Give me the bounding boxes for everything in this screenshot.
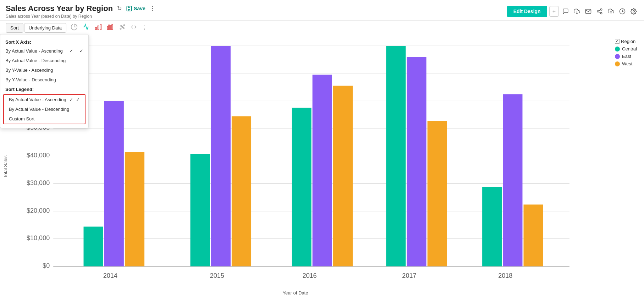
email-button[interactable] <box>584 7 593 16</box>
sort-dropdown: Sort X Axis: By Actual Value - Ascending… <box>0 34 89 128</box>
settings-button[interactable] <box>629 7 638 16</box>
bar-2014-central <box>84 227 103 266</box>
header-right: Edit Design + <box>507 6 638 17</box>
sort-x-by-actual-asc[interactable]: By Actual Value - Ascending ✓ <box>0 46 88 56</box>
svg-rect-10 <box>100 25 101 30</box>
bar-2018-east <box>503 94 522 266</box>
legend-swatch-west <box>615 61 620 66</box>
grouped-bar-icon[interactable] <box>105 22 116 33</box>
more-options-button[interactable]: ⋮ <box>148 4 157 13</box>
bar-2015-west <box>232 116 251 266</box>
line-chart-icon[interactable] <box>81 22 92 33</box>
underlying-data-tab[interactable]: Underlying Data <box>24 23 66 33</box>
legend-swatch-east <box>615 54 620 59</box>
refresh-button[interactable]: ↻ <box>116 4 123 13</box>
scatter-icon[interactable] <box>117 22 128 33</box>
svg-point-18 <box>122 26 123 27</box>
svg-text:2015: 2015 <box>210 272 224 279</box>
subtitle: Sales across Year (based on Date) by Reg… <box>6 14 157 19</box>
legend-header: Region <box>615 39 637 44</box>
svg-rect-15 <box>111 26 112 30</box>
bar-2017-west <box>428 121 447 266</box>
bar-2014-east <box>104 101 124 266</box>
bar-chart-icon[interactable] <box>93 22 104 33</box>
x-axis-label: Year of Date <box>11 290 580 296</box>
sort-tab[interactable]: Sort <box>6 23 23 33</box>
chart-more-options[interactable]: ⋮ <box>139 23 149 33</box>
legend-title: Region <box>621 39 635 44</box>
svg-text:$10,000: $10,000 <box>27 234 50 242</box>
bar-2016-west <box>333 86 353 266</box>
save-button[interactable]: Save <box>126 5 145 12</box>
sort-x-by-y-asc[interactable]: By Y-Value - Ascending <box>0 65 88 75</box>
history-button[interactable] <box>618 7 627 16</box>
svg-point-2 <box>600 9 602 10</box>
x-axis-section-label: Sort X Axis: <box>0 37 88 46</box>
svg-rect-16 <box>112 25 113 30</box>
header: Sales Across Year by Region ↻ Save ⋮ Sal… <box>0 0 644 21</box>
svg-rect-0 <box>127 6 132 11</box>
bar-chart-svg: $0 $10,000 $20,000 $30,000 $40,000 $50,0… <box>28 39 580 281</box>
add-button[interactable]: + <box>549 6 559 17</box>
legend-item-east: East <box>615 54 637 59</box>
svg-text:$0: $0 <box>43 262 50 269</box>
svg-point-9 <box>633 10 635 12</box>
svg-rect-13 <box>108 26 109 29</box>
sort-legend-by-actual-asc[interactable]: By Actual Value - Ascending ✓ <box>4 95 85 104</box>
svg-rect-11 <box>98 26 99 30</box>
sort-x-by-y-desc[interactable]: By Y-Value - Descending <box>0 75 88 85</box>
svg-point-4 <box>600 12 602 14</box>
svg-point-21 <box>123 28 124 29</box>
bar-2018-central <box>482 187 502 266</box>
svg-point-20 <box>121 25 122 26</box>
sort-legend-by-actual-desc[interactable]: By Actual Value - Descending <box>4 104 85 114</box>
svg-line-5 <box>599 12 600 13</box>
legend-item-central: Central <box>615 46 637 52</box>
bar-2015-central <box>190 154 210 266</box>
bar-2016-central <box>292 108 311 266</box>
legend-label-east: East <box>622 54 631 59</box>
cloud-button[interactable] <box>606 7 616 16</box>
save-label: Save <box>134 6 145 11</box>
svg-text:2016: 2016 <box>302 272 317 279</box>
edit-design-button[interactable]: Edit Design <box>507 6 547 17</box>
svg-text:$20,000: $20,000 <box>27 207 50 214</box>
bar-2014-west <box>125 152 144 266</box>
svg-text:2018: 2018 <box>498 272 512 279</box>
legend-item-west: West <box>615 61 637 66</box>
legend-swatch-central <box>615 47 620 52</box>
comment-button[interactable] <box>561 7 570 16</box>
legend: Region Central East West <box>615 39 637 66</box>
header-left: Sales Across Year by Region ↻ Save ⋮ Sal… <box>6 4 157 19</box>
toolbar: Sort Underlying Data ⋮ Sort X Axis: By A… <box>0 21 644 35</box>
bar-2017-east <box>407 57 426 266</box>
svg-line-6 <box>599 10 600 11</box>
more-chart-types-icon[interactable] <box>129 23 139 33</box>
legend-region-checkbox <box>615 39 620 44</box>
svg-text:2017: 2017 <box>402 272 416 279</box>
page-title: Sales Across Year by Region <box>6 4 113 13</box>
pie-chart-icon[interactable] <box>68 22 80 33</box>
legend-label-central: Central <box>622 46 637 52</box>
svg-point-3 <box>597 10 599 12</box>
chart-container: $0 $10,000 $20,000 $30,000 $40,000 $50,0… <box>11 35 644 298</box>
svg-text:$40,000: $40,000 <box>27 152 50 159</box>
svg-rect-12 <box>95 27 97 30</box>
svg-point-19 <box>123 25 125 26</box>
svg-rect-14 <box>109 25 110 29</box>
svg-text:2014: 2014 <box>103 272 117 279</box>
sort-legend-custom[interactable]: Custom Sort <box>4 114 85 124</box>
svg-text:$30,000: $30,000 <box>27 179 50 186</box>
sort-x-by-actual-desc[interactable]: By Actual Value - Descending <box>0 56 88 65</box>
share-button[interactable] <box>595 7 604 16</box>
legend-section-label: Sort Legend: <box>0 85 88 93</box>
svg-point-17 <box>120 28 121 29</box>
legend-label-west: West <box>622 61 632 66</box>
bar-2015-east <box>211 46 231 266</box>
export-button[interactable] <box>572 7 582 16</box>
bar-2016-east <box>313 75 332 266</box>
bar-2017-central <box>386 46 406 266</box>
chart-area: Total Sales $0 $10,000 $20,000 $30,000 $… <box>0 35 644 298</box>
bar-2018-west <box>523 205 543 266</box>
